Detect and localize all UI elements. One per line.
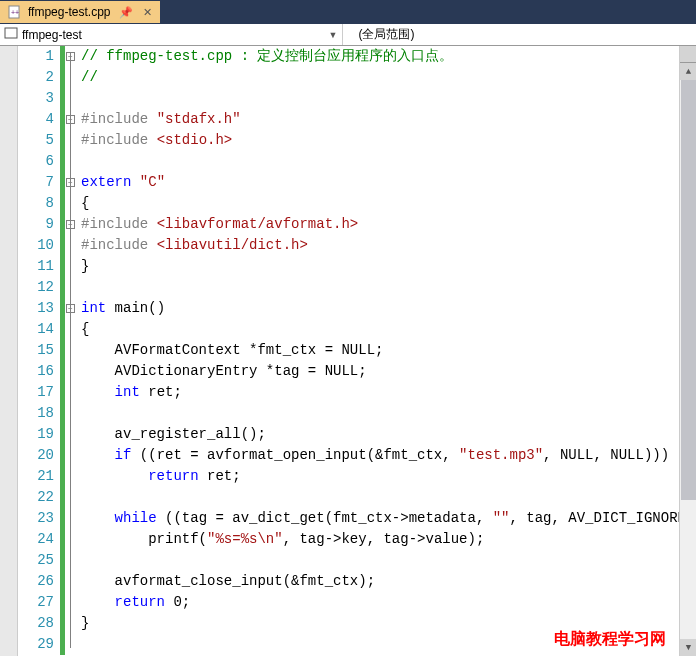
- line-number: 19: [18, 424, 54, 445]
- code-line[interactable]: //: [79, 67, 696, 88]
- code-line[interactable]: printf("%s=%s\n", tag->key, tag->value);: [79, 529, 696, 550]
- chevron-down-icon: ▼: [329, 30, 338, 40]
- project-icon: [4, 26, 18, 43]
- line-number: 22: [18, 487, 54, 508]
- line-number: 7: [18, 172, 54, 193]
- code-line[interactable]: {: [79, 319, 696, 340]
- code-line[interactable]: int main(): [79, 298, 696, 319]
- pin-icon[interactable]: 📌: [117, 6, 135, 19]
- scroll-up-button[interactable]: ▲: [680, 63, 696, 80]
- code-line[interactable]: #include <libavformat/avformat.h>: [79, 214, 696, 235]
- code-line[interactable]: #include <stdio.h>: [79, 130, 696, 151]
- code-line[interactable]: av_register_all();: [79, 424, 696, 445]
- project-name: ffmpeg-test: [22, 28, 82, 42]
- breakpoint-gutter[interactable]: [0, 46, 18, 656]
- scroll-track[interactable]: [680, 80, 696, 639]
- code-line[interactable]: #include <libavutil/dict.h>: [79, 235, 696, 256]
- navigation-bar: ffmpeg-test ▼ (全局范围): [0, 24, 696, 46]
- code-line[interactable]: [79, 88, 696, 109]
- line-number: 1: [18, 46, 54, 67]
- code-line[interactable]: avformat_close_input(&fmt_ctx);: [79, 571, 696, 592]
- line-number: 5: [18, 130, 54, 151]
- code-line[interactable]: [79, 277, 696, 298]
- tab-bar: ++ ffmpeg-test.cpp 📌 ✕: [0, 0, 696, 24]
- svg-rect-2: [5, 28, 17, 38]
- line-number: 9: [18, 214, 54, 235]
- scroll-thumb[interactable]: [681, 80, 696, 500]
- scope-dropdown[interactable]: (全局范围): [343, 24, 697, 45]
- code-editor: 1234567891011121314151617181920212223242…: [0, 46, 696, 656]
- fold-gutter[interactable]: −−−−−: [65, 46, 79, 656]
- file-tab[interactable]: ++ ffmpeg-test.cpp 📌 ✕: [0, 1, 160, 23]
- line-number: 11: [18, 256, 54, 277]
- code-line[interactable]: [79, 151, 696, 172]
- line-number: 25: [18, 550, 54, 571]
- scope-label: (全局范围): [359, 26, 415, 43]
- code-line[interactable]: [79, 550, 696, 571]
- line-number: 17: [18, 382, 54, 403]
- code-line[interactable]: if ((ret = avformat_open_input(&fmt_ctx,…: [79, 445, 696, 466]
- code-line[interactable]: #include "stdafx.h": [79, 109, 696, 130]
- vertical-scrollbar[interactable]: ▲ ▼: [679, 46, 696, 656]
- code-content[interactable]: // ffmpeg-test.cpp : 定义控制台应用程序的入口点。//#in…: [79, 46, 696, 656]
- line-number: 10: [18, 235, 54, 256]
- line-number-gutter: 1234567891011121314151617181920212223242…: [18, 46, 60, 656]
- code-line[interactable]: int ret;: [79, 382, 696, 403]
- line-number: 20: [18, 445, 54, 466]
- code-line[interactable]: [79, 487, 696, 508]
- line-number: 21: [18, 466, 54, 487]
- line-number: 12: [18, 277, 54, 298]
- line-number: 29: [18, 634, 54, 655]
- code-line[interactable]: }: [79, 256, 696, 277]
- line-number: 24: [18, 529, 54, 550]
- cpp-file-icon: ++: [8, 5, 22, 19]
- line-number: 14: [18, 319, 54, 340]
- code-line[interactable]: AVDictionaryEntry *tag = NULL;: [79, 361, 696, 382]
- line-number: 4: [18, 109, 54, 130]
- line-number: 27: [18, 592, 54, 613]
- project-dropdown[interactable]: ffmpeg-test ▼: [0, 24, 343, 45]
- line-number: 26: [18, 571, 54, 592]
- svg-text:++: ++: [11, 9, 19, 16]
- code-line[interactable]: // ffmpeg-test.cpp : 定义控制台应用程序的入口点。: [79, 46, 696, 67]
- watermark: 电脑教程学习网: [554, 629, 666, 650]
- code-line[interactable]: extern "C": [79, 172, 696, 193]
- line-number: 18: [18, 403, 54, 424]
- line-number: 3: [18, 88, 54, 109]
- line-number: 16: [18, 361, 54, 382]
- code-line[interactable]: {: [79, 193, 696, 214]
- line-number: 13: [18, 298, 54, 319]
- code-line[interactable]: [79, 403, 696, 424]
- line-number: 28: [18, 613, 54, 634]
- line-number: 8: [18, 193, 54, 214]
- line-number: 2: [18, 67, 54, 88]
- line-number: 15: [18, 340, 54, 361]
- code-line[interactable]: return 0;: [79, 592, 696, 613]
- code-line[interactable]: while ((tag = av_dict_get(fmt_ctx->metad…: [79, 508, 696, 529]
- close-icon[interactable]: ✕: [141, 6, 154, 19]
- code-line[interactable]: AVFormatContext *fmt_ctx = NULL;: [79, 340, 696, 361]
- code-line[interactable]: return ret;: [79, 466, 696, 487]
- line-number: 23: [18, 508, 54, 529]
- tab-filename: ffmpeg-test.cpp: [28, 5, 111, 19]
- line-number: 6: [18, 151, 54, 172]
- scroll-down-button[interactable]: ▼: [680, 639, 696, 656]
- split-handle[interactable]: [680, 46, 696, 63]
